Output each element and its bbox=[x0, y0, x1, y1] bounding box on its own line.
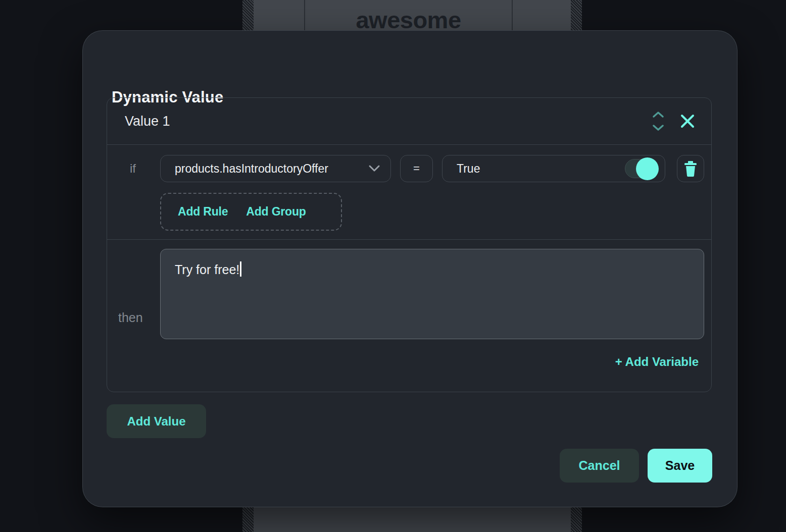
dynamic-value-modal: Dynamic Value Value 1 bbox=[82, 30, 738, 507]
condition-row: products.hasIntroductoryOffer = True bbox=[160, 155, 704, 182]
value-card-title: Value 1 bbox=[125, 114, 170, 129]
delete-rule-button[interactable] bbox=[677, 155, 704, 182]
close-value-button[interactable] bbox=[680, 114, 695, 129]
add-variable-button[interactable]: + Add Variable bbox=[615, 355, 699, 369]
add-value-button[interactable]: Add Value bbox=[107, 404, 206, 438]
condition-value-field: True bbox=[442, 155, 665, 182]
reorder-button[interactable] bbox=[652, 111, 665, 132]
result-text-value: Try for free! bbox=[175, 262, 239, 277]
add-rule-group-box: Add Rule Add Group bbox=[160, 193, 342, 231]
then-label: then bbox=[118, 310, 143, 325]
result-section: then Try for free! + Add Variable bbox=[107, 239, 711, 393]
condition-section: if products.hasIntroductoryOffer = True bbox=[107, 145, 711, 239]
cancel-button[interactable]: Cancel bbox=[560, 449, 639, 483]
boolean-toggle[interactable] bbox=[625, 159, 658, 178]
result-text-input[interactable]: Try for free! bbox=[160, 249, 704, 339]
background-headline-line1: The start of an bbox=[305, 0, 512, 5]
add-group-button[interactable]: Add Group bbox=[246, 205, 306, 219]
add-rule-button[interactable]: Add Rule bbox=[178, 205, 228, 219]
condition-value-label: True bbox=[457, 162, 480, 176]
condition-field-value: products.hasIntroductoryOffer bbox=[175, 162, 328, 176]
if-label: if bbox=[130, 155, 136, 182]
close-icon bbox=[680, 114, 695, 129]
operator-value: = bbox=[413, 162, 420, 175]
text-cursor bbox=[240, 261, 241, 277]
trash-icon bbox=[683, 161, 698, 177]
chevron-down-icon bbox=[368, 165, 380, 173]
operator-button[interactable]: = bbox=[400, 155, 433, 182]
save-button[interactable]: Save bbox=[648, 449, 712, 483]
value-card: Value 1 bbox=[107, 97, 712, 392]
chevron-up-down-icon bbox=[652, 111, 665, 132]
condition-field-dropdown[interactable]: products.hasIntroductoryOffer bbox=[160, 155, 391, 182]
toggle-knob-icon bbox=[636, 157, 659, 180]
value-card-header: Value 1 bbox=[107, 98, 711, 145]
value-card-controls bbox=[652, 111, 695, 132]
